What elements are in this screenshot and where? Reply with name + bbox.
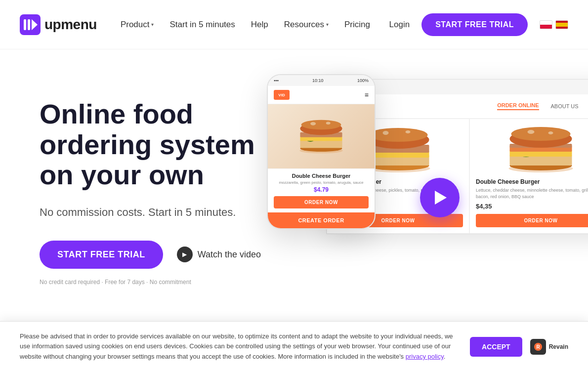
phone-bottom-cta[interactable]: CREATE ORDER	[268, 212, 375, 228]
desktop-nav-about: ABOUT US	[551, 103, 579, 109]
product-name-2: Double Cheese Burger	[476, 178, 588, 185]
nav-start[interactable]: Start in 5 minutes	[169, 20, 235, 30]
watch-video-link[interactable]: ▶ Watch the video	[177, 247, 261, 262]
product-price-2: $4,35	[476, 203, 588, 210]
phone-status-bar: ▪▪▪ 10:10 100%	[268, 75, 375, 86]
phone-app-logo: VID	[274, 90, 290, 100]
flag-icons	[540, 20, 568, 29]
product-desc-2: Lettuce, cheddar cheese, minnolette chee…	[476, 187, 588, 200]
chevron-down-icon: ▾	[151, 22, 154, 27]
navbar: upmenu Product ▾ Start in 5 minutes Help…	[0, 0, 588, 49]
logo-icon	[20, 14, 41, 35]
svg-point-42	[326, 122, 331, 124]
phone-order-btn[interactable]: ORDER NOW	[274, 196, 369, 208]
phone-item-price: $4.79	[274, 186, 369, 193]
play-button-overlay[interactable]	[420, 178, 460, 217]
accept-button[interactable]: ACCEPT	[470, 337, 522, 357]
svg-rect-32	[300, 140, 342, 148]
phone-nav: VID ≡	[268, 86, 375, 104]
phone-battery: 100%	[357, 78, 369, 83]
phone-time: 10:10	[312, 78, 324, 83]
chevron-down-icon-resources: ▾	[326, 22, 329, 27]
nav-resources[interactable]: Resources ▾	[284, 20, 329, 30]
trial-button-nav[interactable]: START FREE TRIAL	[421, 13, 528, 36]
revain-logo: R Revain	[530, 339, 568, 355]
nav-right: Login START FREE TRIAL	[389, 13, 568, 36]
nav-links: Product ▾ Start in 5 minutes Help Resour…	[121, 20, 389, 30]
product-order-btn-2[interactable]: ORDER NOW	[476, 214, 588, 227]
phone-burger-svg	[292, 109, 351, 164]
hero-cta: START FREE TRIAL ▶ Watch the video	[40, 241, 277, 269]
flag-pl[interactable]	[540, 20, 552, 29]
phone-item-name: Double Cheese Burger	[274, 173, 369, 179]
hero-title: Online food ordering system on your own	[40, 99, 277, 190]
cookie-text: Please be advised that in order to provi…	[20, 331, 455, 362]
svg-rect-2	[28, 19, 30, 30]
hero-disclaimer: No credit card required · Free for 7 day…	[40, 279, 277, 286]
svg-text:R: R	[536, 344, 540, 350]
svg-point-15	[383, 131, 389, 135]
cookie-banner: Please be advised that in order to provi…	[0, 321, 588, 366]
product-card-2: Double Cheese Burger Lettuce, cheddar ch…	[469, 119, 588, 234]
phone-signal: ▪▪▪	[274, 78, 279, 83]
trial-button-hero[interactable]: START FREE TRIAL	[40, 241, 163, 269]
cookie-right: ACCEPT R Revain	[470, 337, 568, 357]
nav-pricing[interactable]: Pricing	[344, 20, 370, 30]
phone-item-info: Double Cheese Burger mozzarella, green p…	[268, 168, 375, 212]
product-img-2	[476, 125, 588, 174]
phone-item-desc: mozzarella, green pesto, tomato, arugula…	[274, 180, 369, 185]
hamburger-icon[interactable]: ≡	[365, 91, 369, 99]
phone-hero-image	[268, 104, 375, 168]
phone-mockup: ▪▪▪ 10:10 100% VID ≡	[267, 74, 376, 229]
svg-point-14	[369, 128, 428, 142]
logo[interactable]: upmenu	[20, 14, 97, 35]
nav-help[interactable]: Help	[251, 20, 268, 30]
svg-rect-1	[24, 19, 26, 30]
play-icon-small: ▶	[177, 247, 193, 262]
flag-es[interactable]	[555, 20, 568, 29]
privacy-policy-link[interactable]: privacy policy	[406, 353, 444, 360]
login-link[interactable]: Login	[389, 20, 410, 30]
logo-text: upmenu	[44, 17, 97, 33]
svg-point-16	[406, 130, 411, 133]
hero-left: Online food ordering system on your own …	[40, 79, 277, 286]
hero-section: Online food ordering system on your own …	[0, 49, 588, 366]
hero-subtitle: No commission costs. Start in 5 minutes.	[40, 206, 277, 219]
svg-point-27	[511, 127, 571, 141]
burger-svg-2	[476, 125, 588, 174]
svg-point-40	[301, 120, 341, 130]
svg-point-29	[548, 131, 553, 134]
play-triangle-icon	[435, 191, 447, 205]
nav-product[interactable]: Product ▾	[121, 20, 154, 30]
revain-svg: R	[533, 342, 543, 352]
revain-icon: R	[530, 339, 546, 355]
svg-point-28	[528, 130, 535, 134]
svg-point-41	[310, 122, 316, 125]
desktop-nav-order: ORDER ONLINE	[497, 102, 539, 110]
